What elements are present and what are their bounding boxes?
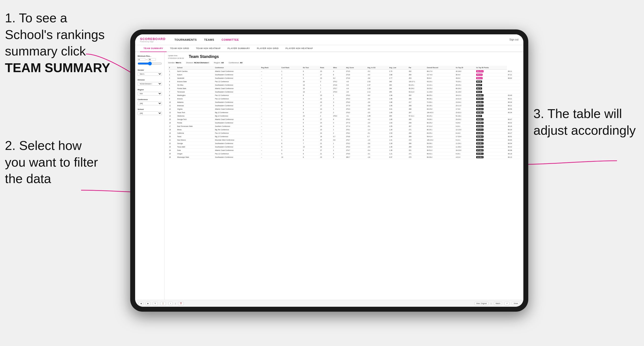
table-header-section: Update time: 27/03/2024 16:56:26 Team St… bbox=[168, 54, 520, 60]
table-row[interactable]: 13Texas TechBig 12 Conference–19272276.0… bbox=[168, 111, 520, 114]
table-row[interactable]: 3VanderbiltSoutheastern Conference–25236… bbox=[168, 77, 520, 80]
filter-rank-min[interactable] bbox=[138, 58, 146, 61]
table-row[interactable]: 12VirginiaAtlantic Coast Conference–3824… bbox=[168, 108, 520, 111]
instruction-2: 2. Select how you want to filter the dat… bbox=[5, 137, 103, 187]
sign-out[interactable]: Sign out bbox=[509, 38, 518, 41]
sub-nav-player-summary[interactable]: PLAYER SUMMARY bbox=[224, 45, 253, 52]
table-row[interactable]: 18IllinoisBig Ten Conference–18231279.1-… bbox=[168, 128, 520, 132]
filter-division: Division NCAA Division I NCAA Division I… bbox=[138, 79, 162, 86]
update-time: Update time: 27/03/2024 16:56:26 bbox=[168, 54, 184, 60]
sub-nav-team-summary[interactable]: TEAM SUMMARY bbox=[140, 45, 166, 52]
col-wins: Wins bbox=[332, 66, 345, 70]
filter-gender-select[interactable]: Men's Women's bbox=[138, 72, 162, 76]
filter-gender: Gender Men's Women's bbox=[138, 69, 162, 76]
filter-school: School (All) bbox=[138, 108, 162, 115]
col-school: School bbox=[176, 66, 214, 70]
tablet-device: SCOREBOARD Powered by clippi TOURNAMENTS… bbox=[130, 29, 528, 312]
col-par: Par bbox=[408, 66, 426, 70]
share-button[interactable]: Share bbox=[512, 302, 520, 305]
toolbar-plus[interactable]: + bbox=[168, 302, 173, 305]
standings-title: Team Standings bbox=[189, 54, 520, 59]
table-row[interactable]: 1North CarolinaAtlantic Coast Conference… bbox=[168, 70, 520, 73]
nav-teams[interactable]: TEAMS bbox=[204, 37, 214, 42]
table-area: Update time: 27/03/2024 16:56:26 Team St… bbox=[164, 52, 523, 300]
table-row[interactable]: 15Georgia TechAtlantic Coast Conference–… bbox=[168, 118, 520, 121]
col-vs-top50: Vs Top 50 Points bbox=[475, 66, 507, 70]
col-no-tour: No Tour bbox=[302, 66, 319, 70]
logo-text: SCOREBOARD bbox=[140, 37, 167, 41]
toolbar-copy[interactable]: 📋 bbox=[160, 302, 166, 305]
instruction-3: 3. The table will adjust accordingly bbox=[534, 106, 637, 139]
app-header: SCOREBOARD Powered by clippi TOURNAMENTS… bbox=[135, 34, 523, 45]
filter-region-select[interactable]: N/A All bbox=[138, 92, 162, 95]
bottom-toolbar: ◀ ▶ ↻ 📋 + | ⏰ View: Original | Watch ↗ S… bbox=[135, 300, 523, 307]
col-vs-top25: Vs Top 25 bbox=[455, 66, 475, 70]
standings-table: # School Conference Reg Rank Conf Rank N… bbox=[168, 66, 520, 159]
table-row[interactable]: 21New MexicoMountain West Conference–182… bbox=[168, 138, 520, 142]
filter-region: Region N/A All bbox=[138, 89, 162, 95]
nav-tournaments[interactable]: TOURNAMENTS bbox=[174, 37, 197, 42]
table-row[interactable]: 7TennesseeSoutheastern Conference–418227… bbox=[168, 90, 520, 94]
col-avg-low: Avg. Low bbox=[388, 66, 408, 70]
filter-division-select[interactable]: NCAA Division I NCAA Division II bbox=[138, 82, 162, 86]
logo-sub: Powered by clippi bbox=[140, 41, 167, 42]
table-row[interactable]: 26Mississippi StateSoutheastern Conferen… bbox=[168, 156, 520, 159]
sidebar-filters: Minimum Rou... – Gender Men's Women's bbox=[135, 52, 164, 300]
filter-school-label: School bbox=[138, 108, 162, 110]
col-avg-sg: Avg. to SG bbox=[366, 66, 388, 70]
filter-school-select[interactable]: (All) bbox=[138, 111, 162, 115]
logo-area: SCOREBOARD Powered by clippi bbox=[140, 37, 167, 42]
filter-conference-label: Conference bbox=[138, 98, 162, 101]
table-row[interactable]: 14OklahomaBig 12 Conference–2242278.0-3.… bbox=[168, 114, 520, 118]
table-row[interactable]: 24DukeAtlantic Coast Conference–59271279… bbox=[168, 149, 520, 152]
toolbar-back[interactable]: ◀ bbox=[138, 302, 143, 305]
filter-rank-max[interactable] bbox=[148, 58, 156, 61]
watch-button[interactable]: Watch bbox=[494, 302, 502, 305]
col-rnds: Rnds bbox=[319, 66, 332, 70]
col-adj-score: Adj. Score bbox=[345, 66, 366, 70]
filter-display-row: Gender: Men's Division: NCAA Division I … bbox=[168, 62, 520, 64]
sub-nav-team-h2h-heatmap[interactable]: TEAM H2H HEATMAP bbox=[193, 45, 224, 52]
filter-rank-range: – bbox=[138, 58, 162, 61]
table-row[interactable]: 5Ole MissSoutheastern Conference–3181274… bbox=[168, 83, 520, 87]
sub-nav-player-h2h-heatmap[interactable]: PLAYER H2H HEATMAP bbox=[282, 45, 316, 52]
nav-committee[interactable]: COMMITTEE bbox=[222, 37, 239, 42]
col-conference: Conference bbox=[214, 66, 260, 70]
nav-items: TOURNAMENTS TEAMS COMMITTEE bbox=[174, 37, 502, 42]
sub-nav: TEAM SUMMARY TEAM H2H GRID TEAM H2H HEAT… bbox=[135, 45, 523, 52]
table-row[interactable]: 11ArkansasSoutheastern Conference–692732… bbox=[168, 104, 520, 108]
table-row[interactable]: 23Texas A&MSoutheastern Conference–91030… bbox=[168, 145, 520, 149]
table-row[interactable]: 16FloridaSoutheastern Conference–7924427… bbox=[168, 121, 520, 125]
table-row[interactable]: 2AuburnSoutheastern Conference–19276273.… bbox=[168, 73, 520, 77]
table-row[interactable]: 20TexasBig 12 Conference–37180.7278.80.7… bbox=[168, 135, 520, 138]
col-rank: # bbox=[168, 66, 176, 70]
toolbar-refresh[interactable]: ↻ bbox=[153, 302, 158, 305]
tablet-screen: SCOREBOARD Powered by clippi TOURNAMENTS… bbox=[135, 34, 523, 307]
table-row[interactable]: 19CaliforniaPac-12 Conference–48242278.2… bbox=[168, 132, 520, 135]
toolbar-clock[interactable]: ⏰ bbox=[178, 302, 184, 305]
table-row[interactable]: 17East Tennessee StateSouthern Conferenc… bbox=[168, 125, 520, 128]
table-header-row: # School Conference Reg Rank Conf Rank N… bbox=[168, 66, 520, 70]
toolbar-forward[interactable]: ▶ bbox=[146, 302, 150, 305]
filter-minimum-rank-label: Minimum Rou... bbox=[138, 55, 162, 57]
table-row[interactable]: 10AlabamaSoutheastern Conference–5823327… bbox=[168, 101, 520, 104]
table-row[interactable]: 9ArizonaPac-12 Conference–38223278.3-4.6… bbox=[168, 97, 520, 101]
filter-rank-slider[interactable] bbox=[138, 62, 162, 65]
table-row[interactable]: 8WashingtonPac-12 Conference–28231276.3-… bbox=[168, 94, 520, 97]
share-icon[interactable]: ↗ bbox=[504, 302, 509, 305]
table-row[interactable]: 6Florida StateAtlantic Coast Conference–… bbox=[168, 87, 520, 90]
filter-minimum-rank: Minimum Rou... – bbox=[138, 55, 162, 66]
table-row[interactable]: 22GeorgiaSoutheastern Conference–8721127… bbox=[168, 142, 520, 145]
filter-gender-label: Gender bbox=[138, 69, 162, 71]
main-content: Minimum Rou... – Gender Men's Women's bbox=[135, 52, 523, 300]
sub-nav-team-h2h-grid[interactable]: TEAM H2H GRID bbox=[166, 45, 193, 52]
table-row[interactable]: 25OregonPac-12 Conference–59210279.5-3.1… bbox=[168, 152, 520, 156]
filter-region-label: Region bbox=[138, 89, 162, 91]
col-overall-record: Overall Record bbox=[426, 66, 455, 70]
filter-conference: Conference (All) bbox=[138, 98, 162, 105]
col-reg-rank: Reg Rank bbox=[260, 66, 280, 70]
sub-nav-player-h2h-grid[interactable]: PLAYER H2H GRID bbox=[253, 45, 282, 52]
view-original-button[interactable]: View: Original bbox=[474, 302, 488, 305]
filter-conference-select[interactable]: (All) bbox=[138, 102, 162, 105]
table-row[interactable]: 4Arizona StatePac-12 Conference–1262274.… bbox=[168, 80, 520, 83]
